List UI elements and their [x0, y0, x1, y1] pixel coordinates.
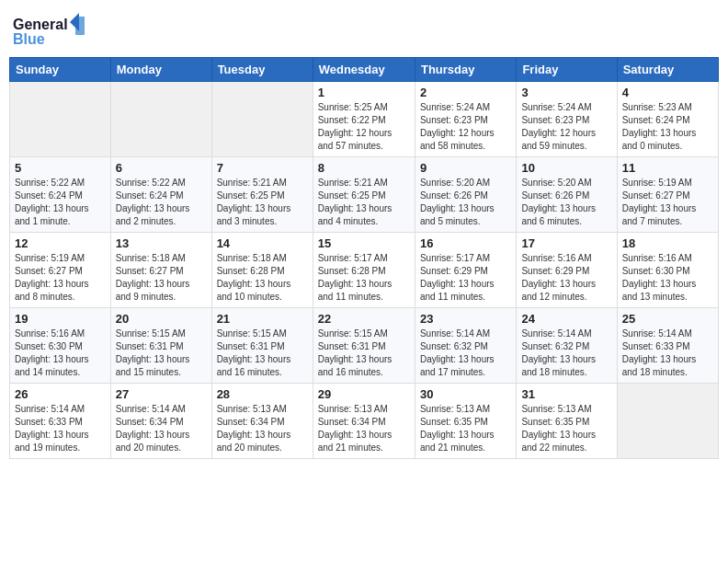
cell-content: Sunrise: 5:14 AM Sunset: 6:32 PM Dayligh…	[420, 327, 511, 379]
day-number: 9	[420, 161, 511, 175]
calendar-cell: 13Sunrise: 5:18 AM Sunset: 6:27 PM Dayli…	[110, 233, 211, 308]
cell-content: Sunrise: 5:14 AM Sunset: 6:34 PM Dayligh…	[116, 403, 207, 454]
day-number: 6	[116, 161, 207, 175]
cell-content: Sunrise: 5:15 AM Sunset: 6:31 PM Dayligh…	[318, 327, 410, 379]
cell-content: Sunrise: 5:13 AM Sunset: 6:35 PM Dayligh…	[420, 403, 511, 454]
cell-content: Sunrise: 5:24 AM Sunset: 6:23 PM Dayligh…	[420, 101, 511, 153]
logo-icon: General Blue	[13, 9, 86, 50]
day-number: 3	[521, 86, 611, 99]
column-header-monday: Monday	[110, 58, 211, 82]
calendar-cell: 14Sunrise: 5:18 AM Sunset: 6:28 PM Dayli…	[211, 233, 313, 308]
calendar-week-row: 19Sunrise: 5:16 AM Sunset: 6:30 PM Dayli…	[10, 308, 719, 384]
calendar-cell: 23Sunrise: 5:14 AM Sunset: 6:32 PM Dayli…	[415, 308, 516, 384]
day-number: 23	[420, 312, 511, 326]
day-number: 15	[318, 236, 410, 250]
calendar-cell: 18Sunrise: 5:16 AM Sunset: 6:30 PM Dayli…	[617, 233, 718, 308]
column-header-friday: Friday	[517, 58, 617, 82]
column-header-tuesday: Tuesday	[211, 58, 313, 82]
cell-content: Sunrise: 5:21 AM Sunset: 6:25 PM Dayligh…	[217, 177, 308, 228]
day-number: 28	[217, 387, 308, 401]
day-number: 26	[15, 387, 106, 401]
cell-content: Sunrise: 5:16 AM Sunset: 6:30 PM Dayligh…	[15, 327, 106, 379]
day-number: 22	[318, 312, 410, 326]
calendar-cell: 10Sunrise: 5:20 AM Sunset: 6:26 PM Dayli…	[517, 157, 617, 233]
day-number: 11	[622, 161, 713, 175]
cell-content: Sunrise: 5:13 AM Sunset: 6:35 PM Dayligh…	[521, 403, 611, 454]
calendar-cell: 11Sunrise: 5:19 AM Sunset: 6:27 PM Dayli…	[617, 157, 718, 233]
logo: General Blue	[13, 9, 86, 50]
page-header: General Blue	[9, 9, 719, 50]
calendar-cell: 12Sunrise: 5:19 AM Sunset: 6:27 PM Dayli…	[10, 233, 111, 308]
svg-text:General: General	[13, 17, 68, 32]
calendar-cell: 20Sunrise: 5:15 AM Sunset: 6:31 PM Dayli…	[110, 308, 211, 384]
calendar-cell: 6Sunrise: 5:22 AM Sunset: 6:24 PM Daylig…	[110, 157, 211, 233]
day-number: 21	[217, 312, 308, 326]
cell-content: Sunrise: 5:17 AM Sunset: 6:29 PM Dayligh…	[420, 252, 511, 304]
calendar-table: SundayMondayTuesdayWednesdayThursdayFrid…	[9, 57, 719, 459]
cell-content: Sunrise: 5:14 AM Sunset: 6:33 PM Dayligh…	[622, 327, 713, 379]
cell-content: Sunrise: 5:22 AM Sunset: 6:24 PM Dayligh…	[15, 177, 106, 228]
day-number: 30	[420, 387, 511, 401]
day-number: 5	[15, 161, 106, 175]
calendar-cell: 16Sunrise: 5:17 AM Sunset: 6:29 PM Dayli…	[415, 233, 516, 308]
calendar-week-row: 5Sunrise: 5:22 AM Sunset: 6:24 PM Daylig…	[10, 157, 719, 233]
day-number: 29	[318, 387, 410, 401]
day-number: 19	[15, 312, 106, 326]
day-number: 13	[116, 236, 207, 250]
calendar-week-row: 12Sunrise: 5:19 AM Sunset: 6:27 PM Dayli…	[10, 233, 719, 308]
calendar-cell: 19Sunrise: 5:16 AM Sunset: 6:30 PM Dayli…	[10, 308, 111, 384]
cell-content: Sunrise: 5:24 AM Sunset: 6:23 PM Dayligh…	[521, 101, 611, 153]
calendar-cell: 27Sunrise: 5:14 AM Sunset: 6:34 PM Dayli…	[110, 384, 211, 459]
cell-content: Sunrise: 5:18 AM Sunset: 6:28 PM Dayligh…	[217, 252, 308, 304]
calendar-cell: 30Sunrise: 5:13 AM Sunset: 6:35 PM Dayli…	[415, 384, 516, 459]
calendar-cell: 15Sunrise: 5:17 AM Sunset: 6:28 PM Dayli…	[313, 233, 415, 308]
calendar-cell	[10, 82, 111, 157]
cell-content: Sunrise: 5:23 AM Sunset: 6:24 PM Dayligh…	[622, 101, 713, 153]
column-header-wednesday: Wednesday	[313, 58, 415, 82]
cell-content: Sunrise: 5:18 AM Sunset: 6:27 PM Dayligh…	[116, 252, 207, 304]
calendar-cell: 26Sunrise: 5:14 AM Sunset: 6:33 PM Dayli…	[10, 384, 111, 459]
day-number: 2	[420, 86, 511, 99]
day-number: 1	[318, 86, 410, 99]
day-number: 4	[622, 86, 713, 99]
cell-content: Sunrise: 5:17 AM Sunset: 6:28 PM Dayligh…	[318, 252, 410, 304]
calendar-cell: 3Sunrise: 5:24 AM Sunset: 6:23 PM Daylig…	[517, 82, 617, 157]
day-number: 25	[622, 312, 713, 326]
calendar-cell: 5Sunrise: 5:22 AM Sunset: 6:24 PM Daylig…	[10, 157, 111, 233]
svg-text:Blue: Blue	[13, 31, 45, 47]
day-number: 12	[15, 236, 106, 250]
calendar-cell: 17Sunrise: 5:16 AM Sunset: 6:29 PM Dayli…	[517, 233, 617, 308]
cell-content: Sunrise: 5:19 AM Sunset: 6:27 PM Dayligh…	[15, 252, 106, 304]
calendar-cell: 9Sunrise: 5:20 AM Sunset: 6:26 PM Daylig…	[415, 157, 516, 233]
cell-content: Sunrise: 5:15 AM Sunset: 6:31 PM Dayligh…	[217, 327, 308, 379]
calendar-cell: 28Sunrise: 5:13 AM Sunset: 6:34 PM Dayli…	[211, 384, 313, 459]
cell-content: Sunrise: 5:15 AM Sunset: 6:31 PM Dayligh…	[116, 327, 207, 379]
calendar-cell: 21Sunrise: 5:15 AM Sunset: 6:31 PM Dayli…	[211, 308, 313, 384]
cell-content: Sunrise: 5:16 AM Sunset: 6:29 PM Dayligh…	[521, 252, 611, 304]
cell-content: Sunrise: 5:14 AM Sunset: 6:33 PM Dayligh…	[15, 403, 106, 454]
day-number: 14	[217, 236, 308, 250]
calendar-cell	[110, 82, 211, 157]
column-header-sunday: Sunday	[10, 58, 111, 82]
day-number: 16	[420, 236, 511, 250]
calendar-cell: 31Sunrise: 5:13 AM Sunset: 6:35 PM Dayli…	[517, 384, 617, 459]
calendar-cell	[617, 384, 718, 459]
column-header-thursday: Thursday	[415, 58, 516, 82]
column-header-saturday: Saturday	[617, 58, 718, 82]
day-number: 24	[521, 312, 611, 326]
cell-content: Sunrise: 5:13 AM Sunset: 6:34 PM Dayligh…	[318, 403, 410, 454]
day-number: 20	[116, 312, 207, 326]
cell-content: Sunrise: 5:22 AM Sunset: 6:24 PM Dayligh…	[116, 177, 207, 228]
calendar-cell: 4Sunrise: 5:23 AM Sunset: 6:24 PM Daylig…	[617, 82, 718, 157]
cell-content: Sunrise: 5:25 AM Sunset: 6:22 PM Dayligh…	[318, 101, 410, 153]
calendar-cell: 29Sunrise: 5:13 AM Sunset: 6:34 PM Dayli…	[313, 384, 415, 459]
day-number: 31	[521, 387, 611, 401]
calendar-cell: 7Sunrise: 5:21 AM Sunset: 6:25 PM Daylig…	[211, 157, 313, 233]
cell-content: Sunrise: 5:16 AM Sunset: 6:30 PM Dayligh…	[622, 252, 713, 304]
cell-content: Sunrise: 5:20 AM Sunset: 6:26 PM Dayligh…	[420, 177, 511, 228]
calendar-cell: 22Sunrise: 5:15 AM Sunset: 6:31 PM Dayli…	[313, 308, 415, 384]
day-number: 18	[622, 236, 713, 250]
calendar-cell	[211, 82, 313, 157]
calendar-cell: 8Sunrise: 5:21 AM Sunset: 6:25 PM Daylig…	[313, 157, 415, 233]
svg-marker-3	[70, 13, 79, 31]
